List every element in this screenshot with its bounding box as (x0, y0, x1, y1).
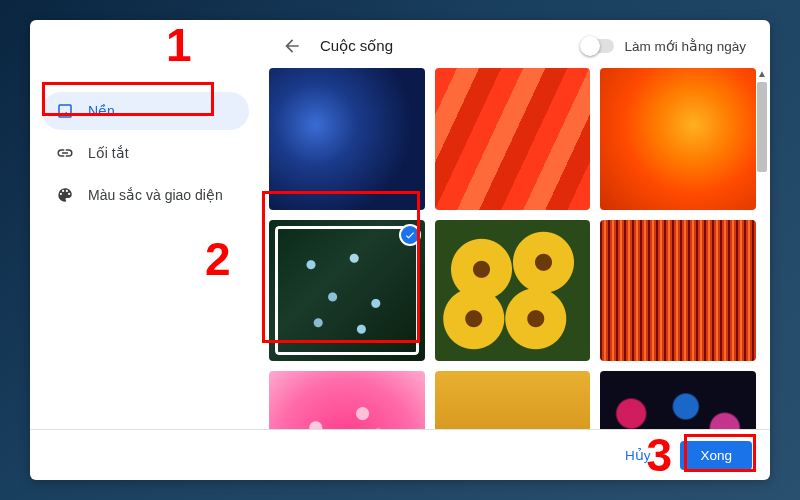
thumbnail-grid (263, 68, 762, 429)
thumbnail[interactable] (269, 371, 425, 429)
cancel-button[interactable]: Hủy (605, 440, 671, 470)
toggle-switch-icon (582, 39, 614, 53)
daily-refresh-toggle[interactable]: Làm mới hằng ngày (582, 38, 746, 54)
check-icon (399, 224, 421, 246)
palette-icon (56, 186, 74, 204)
link-icon (56, 144, 74, 162)
arrow-left-icon (282, 36, 302, 56)
thumbnail[interactable] (269, 68, 425, 210)
thumbnail[interactable] (435, 220, 591, 362)
done-button[interactable]: Xong (680, 441, 752, 470)
sidebar-item-shortcuts[interactable]: Lối tắt (42, 134, 249, 172)
gallery-panel: ▲ (255, 68, 770, 429)
dialog-body: Nền Lối tắt Màu sắc và giao diện (30, 68, 770, 429)
sidebar: Nền Lối tắt Màu sắc và giao diện (30, 68, 255, 429)
scroll-thumb[interactable] (757, 82, 767, 172)
dialog-footer: Hủy Xong (30, 429, 770, 480)
back-button[interactable] (280, 34, 304, 58)
customize-dialog: Cuộc sống Làm mới hằng ngày Nền Lối tắt (30, 20, 770, 480)
category-title: Cuộc sống (320, 37, 566, 55)
sidebar-item-label: Màu sắc và giao diện (88, 187, 223, 203)
scrollbar[interactable]: ▲ (757, 68, 767, 429)
thumbnail[interactable] (600, 371, 756, 429)
thumbnail[interactable] (600, 220, 756, 362)
sidebar-item-color-theme[interactable]: Màu sắc và giao diện (42, 176, 249, 214)
thumbnail[interactable] (435, 371, 591, 429)
thumbnail[interactable] (600, 68, 756, 210)
thumbnail-selected[interactable] (269, 220, 425, 362)
sidebar-item-background[interactable]: Nền (42, 92, 249, 130)
dialog-header: Cuộc sống Làm mới hằng ngày (30, 20, 770, 68)
toggle-label: Làm mới hằng ngày (624, 38, 746, 54)
background-icon (56, 102, 74, 120)
sidebar-item-label: Nền (88, 103, 115, 119)
sidebar-item-label: Lối tắt (88, 145, 129, 161)
thumbnail[interactable] (435, 68, 591, 210)
scroll-up-icon: ▲ (757, 68, 767, 80)
